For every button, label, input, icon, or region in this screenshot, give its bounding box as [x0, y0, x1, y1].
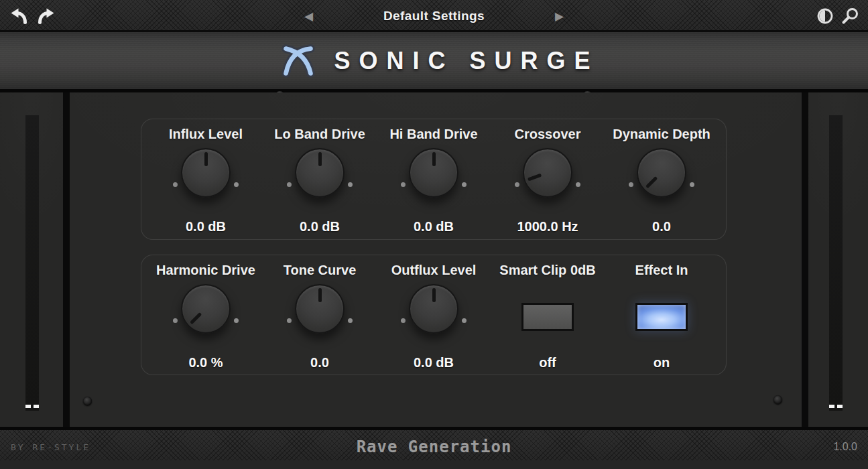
control-value: on [654, 355, 670, 371]
knob-pointer-icon [318, 288, 322, 302]
knob-min-dot [629, 182, 633, 187]
title-bar: ◀ Default Settings ▶ [0, 0, 868, 32]
knob-pointer-icon [190, 312, 202, 324]
crossover-knob[interactable] [523, 148, 572, 198]
control-value: 1000.0 Hz [517, 219, 578, 234]
panel-divider [63, 92, 70, 427]
knob-pointer-icon [318, 152, 322, 166]
knob-max-dot [348, 318, 353, 323]
harmonic-drive-knob[interactable] [181, 284, 231, 334]
input-level-meter [25, 115, 39, 411]
knob-pointer-icon [432, 288, 436, 302]
contrast-icon [816, 7, 834, 25]
plugin-title: SONIC SURGE [334, 47, 599, 75]
control-cell: Dynamic Depth 0.0 [605, 119, 719, 239]
knob-max-dot [234, 318, 239, 323]
knob-pointer-icon [204, 152, 208, 166]
influx-level-knob[interactable] [181, 148, 231, 198]
knob-pointer-icon [432, 152, 436, 166]
control-cell: Influx Level 0.0 dB [149, 119, 263, 239]
lo-band-drive-knob[interactable] [295, 148, 345, 198]
screw-icon [83, 397, 92, 405]
preset-name[interactable]: Default Settings [383, 9, 485, 23]
preset-style-name: Rave Generation [0, 430, 868, 464]
control-cell: Tone Curve 0.0 [263, 255, 377, 375]
smart-clip-toggle[interactable] [521, 303, 574, 331]
panel-divider [802, 92, 808, 427]
next-preset-button[interactable]: ▶ [555, 11, 564, 22]
magnifier-icon [841, 7, 859, 25]
sonic-surge-plugin-window: ◀ Default Settings ▶ [0, 0, 868, 469]
control-label: Outflux Level [391, 261, 477, 279]
control-group-top: Influx Level 0.0 dB Lo Band Drive 0.0 dB… [141, 119, 727, 240]
prev-preset-button[interactable]: ◀ [304, 11, 313, 22]
knob-min-dot [515, 182, 519, 187]
meter-peak-readout [829, 405, 834, 408]
main-body: Influx Level 0.0 dB Lo Band Drive 0.0 dB… [0, 92, 868, 427]
knob-max-dot [462, 182, 467, 187]
output-level-meter [829, 115, 843, 411]
control-label: Influx Level [169, 125, 243, 143]
contrast-toggle-button[interactable] [816, 7, 834, 25]
knob-max-dot [690, 182, 694, 187]
knob-max-dot [576, 182, 580, 187]
control-value: 0.0 dB [186, 219, 226, 234]
control-group-bottom: Harmonic Drive 0.0 % Tone Curve 0.0 Outf… [141, 255, 727, 375]
control-label: Effect In [635, 261, 688, 279]
version-number: 1.0.0 [833, 430, 857, 464]
control-cell: Hi Band Drive 0.0 dB [377, 119, 491, 239]
control-label: Tone Curve [284, 261, 357, 279]
control-cell: Effect In on [605, 255, 719, 375]
control-label: Crossover [515, 125, 581, 143]
tone-curve-knob[interactable] [295, 284, 345, 334]
right-side-panel [808, 92, 868, 427]
knob-pointer-icon [528, 174, 542, 182]
meter-peak-readout [837, 405, 843, 408]
meter-peak-readout [34, 405, 39, 408]
outflux-level-knob[interactable] [409, 284, 458, 334]
knob-pointer-icon [645, 176, 658, 188]
knob-min-dot [173, 182, 178, 187]
control-cell: Crossover 1000.0 Hz [491, 119, 605, 239]
left-side-panel [0, 92, 63, 427]
control-label: Hi Band Drive [389, 125, 477, 143]
control-value: 0.0 [652, 219, 671, 234]
center-panel: Influx Level 0.0 dB Lo Band Drive 0.0 dB… [70, 92, 802, 427]
control-value: 0.0 dB [300, 219, 340, 234]
control-label: Smart Clip 0dB [499, 261, 595, 279]
knob-min-dot [287, 182, 292, 187]
control-value: off [539, 355, 556, 371]
control-value: 0.0 dB [414, 355, 454, 371]
header-bar: SONIC SURGE [0, 32, 868, 92]
resize-button[interactable] [841, 7, 859, 25]
knob-min-dot [173, 318, 178, 323]
dynamic-depth-knob[interactable] [637, 148, 686, 198]
control-cell: Smart Clip 0dB off [491, 255, 605, 375]
control-value: 0.0 [310, 355, 329, 371]
knob-max-dot [234, 182, 239, 187]
footer-bar: BY RE-STYLE Rave Generation 1.0.0 [0, 427, 868, 460]
effect-in-toggle[interactable] [635, 303, 688, 331]
knob-max-dot [348, 182, 353, 187]
control-cell: Harmonic Drive 0.0 % [149, 255, 263, 375]
control-value: 0.0 dB [414, 219, 454, 234]
sonic-surge-logo-icon [277, 40, 319, 82]
knob-min-dot [287, 318, 292, 323]
knob-max-dot [462, 318, 467, 323]
knob-min-dot [401, 318, 406, 323]
meter-peak-readout [25, 405, 31, 408]
knob-min-dot [401, 182, 406, 187]
hi-band-drive-knob[interactable] [409, 148, 458, 198]
control-cell: Outflux Level 0.0 dB [377, 255, 491, 375]
control-label: Lo Band Drive [274, 125, 365, 143]
screw-icon [773, 395, 782, 404]
control-value: 0.0 % [188, 355, 223, 371]
control-cell: Lo Band Drive 0.0 dB [263, 119, 377, 239]
